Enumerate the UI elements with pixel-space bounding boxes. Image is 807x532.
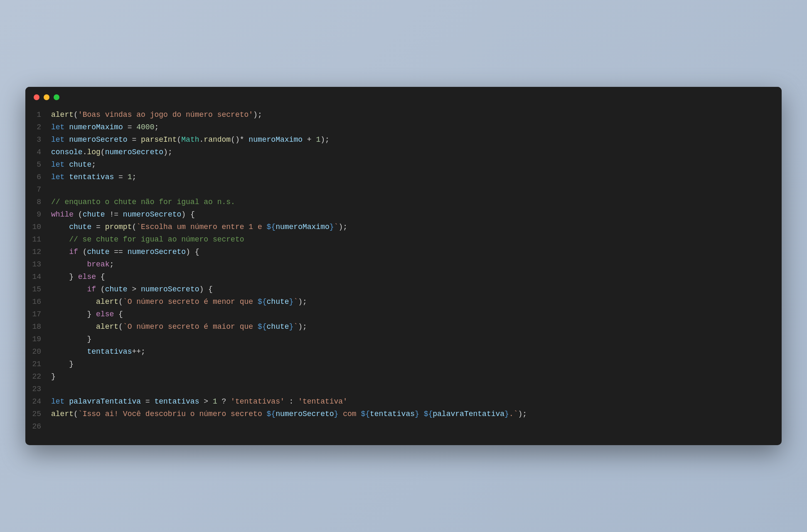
line-number: 4 [25,146,51,158]
code-line: 3let numeroSecreto = parseInt(Math.rando… [25,133,782,146]
code-content [51,183,782,196]
line-number: 17 [25,308,51,320]
code-content: let numeroMaximo = 4000; [51,121,782,133]
zoom-icon[interactable] [54,94,59,100]
code-line: 22} [25,370,782,383]
line-number: 10 [25,221,51,233]
line-number: 2 [25,121,51,133]
close-icon[interactable] [34,94,39,100]
code-editor-window: 1alert('Boas vindas ao jogo do número se… [25,87,782,445]
line-number: 8 [25,196,51,208]
code-line: 20 tentativas++; [25,345,782,358]
code-content: // se chute for igual ao número secreto [51,233,782,246]
code-line: 18 alert(`O número secreto é maior que $… [25,320,782,333]
code-content: alert(`O número secreto é maior que ${ch… [51,320,782,333]
code-line: 1alert('Boas vindas ao jogo do número se… [25,108,782,121]
code-line: 21 } [25,358,782,370]
code-content: alert(`Isso ai! Você descobriu o número … [51,408,782,420]
line-number: 7 [25,183,51,196]
code-content: alert(`O número secreto é menor que ${ch… [51,296,782,308]
line-number: 12 [25,246,51,258]
line-number: 13 [25,258,51,271]
code-line: 15 if (chute > numeroSecreto) { [25,283,782,296]
code-line: 14 } else { [25,271,782,283]
code-line: 23 [25,383,782,395]
code-content: let tentativas = 1; [51,171,782,183]
line-number: 1 [25,108,51,121]
code-content: chute = prompt(`Escolha um número entre … [51,221,782,233]
code-content: } [51,370,782,383]
code-content: } else { [51,308,782,320]
code-line: 13 break; [25,258,782,271]
code-area[interactable]: 1alert('Boas vindas ao jogo do número se… [25,104,782,445]
line-number: 3 [25,133,51,146]
line-number: 11 [25,233,51,246]
line-number: 22 [25,370,51,383]
line-number: 26 [25,420,51,433]
code-content: tentativas++; [51,345,782,358]
line-number: 9 [25,208,51,221]
code-line: 7 [25,183,782,196]
code-line: 17 } else { [25,308,782,320]
line-number: 5 [25,158,51,171]
code-line: 5let chute; [25,158,782,171]
line-number: 18 [25,320,51,333]
code-content: } [51,358,782,370]
line-number: 6 [25,171,51,183]
code-content: alert('Boas vindas ao jogo do número sec… [51,108,782,121]
line-number: 24 [25,395,51,408]
code-line: 10 chute = prompt(`Escolha um número ent… [25,221,782,233]
code-content: if (chute > numeroSecreto) { [51,283,782,296]
code-content: if (chute == numeroSecreto) { [51,246,782,258]
code-line: 16 alert(`O número secreto é menor que $… [25,296,782,308]
code-line: 26 [25,420,782,433]
code-line: 19 } [25,333,782,345]
minimize-icon[interactable] [44,94,49,100]
line-number: 21 [25,358,51,370]
code-content [51,383,782,395]
code-line: 24let palavraTentativa = tentativas > 1 … [25,395,782,408]
code-line: 8// enquanto o chute não for igual ao n.… [25,196,782,208]
code-line: 2let numeroMaximo = 4000; [25,121,782,133]
code-content: let chute; [51,158,782,171]
code-content: let palavraTentativa = tentativas > 1 ? … [51,395,782,408]
code-content [51,420,782,433]
line-number: 23 [25,383,51,395]
line-number: 15 [25,283,51,296]
line-number: 14 [25,271,51,283]
code-line: 9while (chute != numeroSecreto) { [25,208,782,221]
code-line: 6let tentativas = 1; [25,171,782,183]
code-line: 25alert(`Isso ai! Você descobriu o númer… [25,408,782,420]
code-line: 12 if (chute == numeroSecreto) { [25,246,782,258]
code-content: console.log(numeroSecreto); [51,146,782,158]
code-content: // enquanto o chute não for igual ao n.s… [51,196,782,208]
line-number: 25 [25,408,51,420]
code-content: } else { [51,271,782,283]
code-content: let numeroSecreto = parseInt(Math.random… [51,133,782,146]
code-line: 4console.log(numeroSecreto); [25,146,782,158]
line-number: 19 [25,333,51,345]
title-bar [25,87,782,104]
line-number: 16 [25,296,51,308]
code-line: 11 // se chute for igual ao número secre… [25,233,782,246]
code-content: while (chute != numeroSecreto) { [51,208,782,221]
code-content: break; [51,258,782,271]
code-content: } [51,333,782,345]
line-number: 20 [25,345,51,358]
